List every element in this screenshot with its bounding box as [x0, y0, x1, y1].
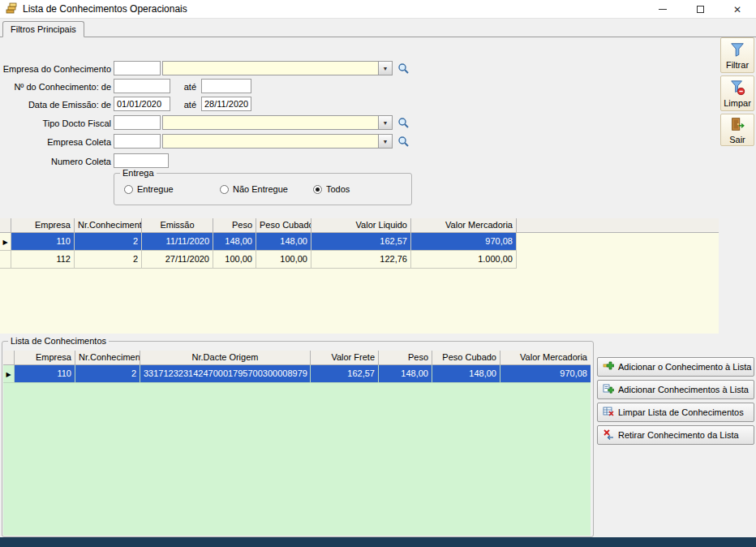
cell-valor-mercadoria[interactable]: 1.000,00 — [411, 251, 517, 269]
cell-emissao[interactable]: 11/11/2020 — [142, 233, 213, 251]
window-controls: ✕ — [644, 0, 756, 19]
radio-nao-entregue[interactable]: Não Entregue — [220, 184, 288, 194]
exit-door-icon — [729, 116, 745, 134]
cell-valor-frete[interactable]: 162,57 — [311, 365, 379, 383]
chevron-down-icon[interactable]: ▼ — [378, 135, 392, 148]
cell-peso[interactable]: 148,00 — [379, 365, 432, 383]
numero-coleta-label: Numero Coleta — [0, 157, 111, 166]
limpar-label: Limpar — [724, 98, 751, 108]
cell-emissao[interactable]: 27/11/2020 — [142, 251, 213, 269]
close-button[interactable]: ✕ — [719, 0, 756, 19]
column-header: Empresa — [11, 218, 75, 233]
sair-button[interactable]: Sair — [720, 114, 754, 146]
limpar-lista-button[interactable]: Limpar Lista de Conhecimentos — [597, 403, 754, 422]
row-indicator: ▶ — [3, 365, 15, 383]
cell-valor-liquido[interactable]: 122,76 — [311, 251, 411, 269]
num-conhecimento-ate-input[interactable] — [201, 79, 251, 93]
empresa-conhecimento-code-input[interactable] — [114, 61, 161, 75]
cell-nr-conhecimento[interactable]: 2 — [75, 251, 142, 269]
num-conhecimento-de-input[interactable] — [114, 79, 170, 93]
empresa-conhecimento-search-icon[interactable] — [397, 62, 410, 75]
column-header: Empresa — [15, 351, 75, 365]
filter-icon — [729, 41, 745, 59]
row-filler — [517, 251, 719, 269]
data-emissao-de-input[interactable] — [114, 97, 170, 111]
radio-entregue-label: Entregue — [137, 184, 174, 194]
conhecimentos-grid-header: Empresa Nr.Conhecimento Emissão Peso Pes… — [0, 218, 719, 233]
close-icon: ✕ — [733, 5, 741, 15]
empresa-coleta-combo[interactable]: ▼ — [162, 134, 393, 149]
empresa-conhecimento-label: Empresa do Conhecimento — [0, 64, 111, 74]
tipo-docto-search-icon[interactable] — [397, 117, 410, 129]
clear-table-icon — [603, 406, 614, 419]
cell-empresa[interactable]: 110 — [15, 365, 75, 383]
cell-valor-mercadoria[interactable]: 970,08 — [500, 365, 591, 383]
cell-valor-mercadoria[interactable]: 970,08 — [411, 233, 517, 251]
indicator-column-header — [0, 218, 11, 233]
table-row[interactable]: ▶ 110 2 11/11/2020 148,00 148,00 162,57 … — [0, 233, 719, 251]
row-indicator: ▶ — [0, 233, 11, 251]
lista-conhecimentos-group-label: Lista de Conhecimentos — [8, 336, 109, 346]
window-title: Lista de Conhecimentos Operacionais — [23, 3, 187, 15]
minimize-button[interactable] — [644, 0, 681, 19]
entrega-group-label: Entrega — [120, 168, 157, 178]
tipo-docto-combo[interactable]: ▼ — [162, 115, 393, 130]
chevron-down-icon[interactable]: ▼ — [378, 62, 392, 75]
column-header: Emissão — [142, 218, 213, 233]
column-header: Peso Cubado — [432, 351, 500, 365]
table-row[interactable]: 112 2 27/11/2020 100,00 100,00 122,76 1.… — [0, 251, 719, 269]
row-filler — [517, 233, 719, 251]
cell-peso-cubado[interactable]: 100,00 — [256, 251, 311, 269]
tab-filtros-principais[interactable]: Filtros Principais — [2, 21, 84, 37]
radio-nao-entregue-label: Não Entregue — [233, 184, 288, 194]
column-header: Nr.Dacte Origem — [140, 351, 311, 365]
cell-valor-liquido[interactable]: 162,57 — [311, 233, 411, 251]
num-conhecimento-ate-label: até — [172, 82, 196, 92]
empresa-coleta-search-icon[interactable] — [397, 136, 410, 148]
tab-strip: Filtros Principais — [0, 19, 756, 37]
empresa-conhecimento-combo[interactable]: ▼ — [162, 61, 393, 75]
button-label: Adicionar o Conhecimento à Lista — [618, 362, 751, 372]
cell-peso[interactable]: 100,00 — [213, 251, 256, 269]
cell-nr-dacte-origem[interactable]: 331712323142470001795700300008979 — [140, 365, 311, 383]
tab-label: Filtros Principais — [11, 24, 76, 34]
maximize-icon — [697, 6, 704, 13]
adicionar-conhecimento-button[interactable]: Adicionar o Conhecimento à Lista — [597, 357, 754, 377]
column-header: Nr.Conhecimento — [75, 351, 140, 365]
data-emissao-ate-input[interactable] — [201, 97, 251, 111]
add-items-icon — [603, 383, 614, 396]
empresa-coleta-code-input[interactable] — [114, 134, 161, 149]
tipo-docto-code-input[interactable] — [114, 115, 161, 130]
cell-peso-cubado[interactable]: 148,00 — [256, 233, 311, 251]
table-row[interactable]: ▶ 110 2 33171232314247000179570030000897… — [3, 365, 591, 383]
radio-todos[interactable]: Todos — [313, 184, 350, 194]
column-header: Valor Frete — [311, 351, 379, 365]
filtrar-label: Filtrar — [726, 60, 749, 70]
lista-grid-header: Empresa Nr.Conhecimento Nr.Dacte Origem … — [3, 351, 591, 365]
cell-peso-cubado[interactable]: 148,00 — [432, 365, 500, 383]
tipo-docto-label: Tipo Docto Fiscal — [0, 118, 111, 128]
adicionar-conhecimentos-button[interactable]: Adicionar Conhecimentos à Lista — [597, 380, 754, 399]
radio-entregue[interactable]: Entregue — [124, 184, 174, 194]
column-header: Peso — [213, 218, 256, 233]
button-label: Adicionar Conhecimentos à Lista — [618, 385, 749, 394]
row-indicator — [0, 251, 11, 269]
limpar-button[interactable]: Limpar — [720, 75, 754, 111]
cell-nr-conhecimento[interactable]: 2 — [75, 233, 142, 251]
filtrar-button[interactable]: Filtrar — [720, 37, 754, 73]
data-emissao-ate-label: até — [172, 100, 196, 110]
cell-nr-conhecimento[interactable]: 2 — [75, 365, 140, 383]
num-conhecimento-label: Nº do Conhecimento: de — [0, 82, 111, 92]
radio-circle-icon — [313, 185, 322, 194]
chevron-down-icon[interactable]: ▼ — [378, 116, 392, 129]
maximize-button[interactable] — [681, 0, 719, 19]
column-header: Valor Mercadoria — [500, 351, 591, 365]
radio-circle-icon — [124, 185, 133, 194]
conhecimentos-grid: Empresa Nr.Conhecimento Emissão Peso Pes… — [0, 218, 719, 334]
cell-peso[interactable]: 148,00 — [213, 233, 256, 251]
cell-empresa[interactable]: 110 — [11, 233, 75, 251]
retirar-conhecimento-button[interactable]: Retirar Conhecimento da Lista — [597, 425, 754, 445]
bottom-bar — [0, 537, 756, 547]
numero-coleta-input[interactable] — [114, 153, 169, 168]
cell-empresa[interactable]: 112 — [11, 251, 75, 269]
